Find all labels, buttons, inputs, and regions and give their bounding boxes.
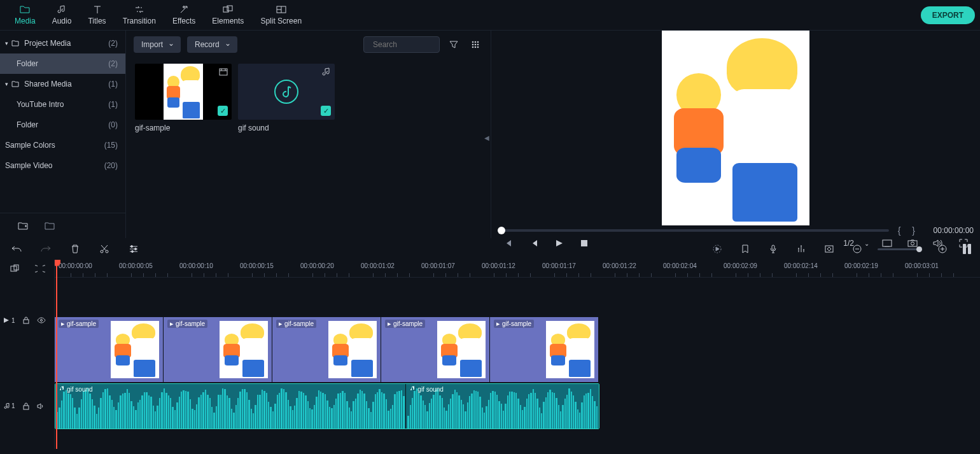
nav-audio[interactable]: Audio — [44, 0, 80, 30]
nav-elements[interactable]: Elements — [204, 0, 252, 30]
voiceover-button[interactable] — [766, 241, 781, 257]
audio-clip[interactable]: gif sound — [406, 384, 599, 429]
timecode-display: 00:00:00:00 — [924, 226, 974, 235]
preview-screen[interactable] — [491, 31, 980, 225]
svg-point-7 — [472, 44, 474, 46]
video-type-icon — [219, 67, 228, 76]
export-button[interactable]: EXPORT — [921, 6, 975, 24]
video-clip[interactable]: ▶gif-sample — [490, 317, 599, 382]
video-track-icon: 1 — [4, 317, 15, 324]
playhead[interactable] — [56, 260, 57, 449]
range-start-button[interactable]: { — [895, 225, 904, 236]
audio-mixer-button[interactable] — [794, 241, 809, 257]
nav-split-screen[interactable]: Split Screen — [252, 0, 310, 30]
step-back-button[interactable] — [526, 236, 541, 251]
svg-rect-31 — [24, 320, 29, 323]
folder-button[interactable] — [42, 218, 57, 234]
titles-icon — [93, 4, 102, 15]
redo-button[interactable] — [38, 241, 53, 257]
timeline-mode-2-button[interactable] — [32, 261, 48, 276]
delete-button[interactable] — [67, 241, 83, 257]
lock-icon[interactable] — [23, 402, 29, 410]
tree-sample-video[interactable]: Sample Video(20) — [0, 155, 125, 176]
nav-transition[interactable]: Transition — [115, 0, 164, 30]
seek-slider[interactable] — [498, 229, 889, 232]
import-dropdown[interactable]: Import — [134, 36, 181, 53]
top-nav: Media Audio Titles Transition Effects El… — [0, 0, 980, 31]
main-panel: ▾Project Media(2) Folder(2) ▾Shared Medi… — [0, 31, 980, 238]
music-note-icon — [410, 386, 415, 391]
svg-point-20 — [106, 250, 108, 253]
media-item-video[interactable]: ✓ gif-sample — [135, 64, 232, 132]
music-note-icon — [272, 78, 300, 106]
svg-rect-1 — [227, 6, 232, 11]
lock-icon[interactable] — [23, 316, 29, 324]
grid-view-button[interactable] — [468, 37, 483, 52]
zoom-slider[interactable] — [878, 248, 922, 250]
media-item-label: gif sound — [238, 120, 335, 132]
zoom-out-button[interactable] — [850, 241, 865, 257]
split-screen-icon — [276, 4, 286, 15]
nav-effects[interactable]: Effects — [164, 0, 204, 30]
adjust-button[interactable] — [126, 241, 141, 257]
nav-media[interactable]: Media — [6, 0, 44, 30]
audio-track[interactable]: gif sound gif sound — [55, 383, 599, 429]
timeline: 1 1 00:00:00:0000:00:00:0500:00:00:1000:… — [0, 260, 980, 449]
filter-button[interactable] — [446, 37, 461, 52]
folder-icon — [20, 4, 30, 15]
audio-track-icon: 1 — [4, 402, 15, 409]
collapse-sidebar-button[interactable]: ◀ — [482, 131, 491, 144]
svg-rect-33 — [24, 406, 29, 409]
svg-point-23 — [132, 251, 134, 253]
keyframe-button[interactable] — [822, 241, 837, 257]
tree-shared-media[interactable]: ▾Shared Media(1) — [0, 74, 125, 94]
render-button[interactable] — [710, 241, 725, 257]
audio-clip[interactable]: gif sound — [55, 384, 406, 429]
audio-icon — [57, 4, 66, 15]
tree-sample-colors[interactable]: Sample Colors(15) — [0, 135, 125, 155]
svg-point-10 — [472, 46, 474, 48]
video-track[interactable]: ▶gif-sample▶gif-sample▶gif-sample▶gif-sa… — [55, 317, 980, 382]
media-item-label: gif-sample — [135, 120, 232, 132]
eye-icon[interactable] — [37, 317, 46, 323]
library-sidebar: ▾Project Media(2) Folder(2) ▾Shared Medi… — [0, 31, 126, 238]
svg-point-32 — [40, 320, 42, 322]
timeline-tracks[interactable]: 00:00:00:0000:00:00:0500:00:00:1000:00:0… — [55, 260, 980, 449]
nav-titles[interactable]: Titles — [80, 0, 114, 30]
prev-frame-button[interactable] — [500, 236, 515, 251]
timeline-mode-1-button[interactable] — [7, 261, 22, 276]
time-ruler[interactable]: 00:00:00:0000:00:00:0500:00:00:1000:00:0… — [55, 260, 980, 278]
tree-folder-selected[interactable]: Folder(2) — [0, 53, 125, 74]
tree-youtube-intro[interactable]: YouTube Intro(1) — [0, 94, 125, 115]
undo-button[interactable] — [9, 241, 24, 257]
speaker-icon[interactable] — [37, 403, 45, 409]
video-clip[interactable]: ▶gif-sample — [272, 317, 381, 382]
video-clip[interactable]: ▶gif-sample — [164, 317, 272, 382]
music-note-icon — [59, 386, 64, 391]
media-item-audio[interactable]: ✓ gif sound — [238, 64, 335, 132]
check-badge: ✓ — [321, 106, 331, 116]
tree-folder-empty[interactable]: Folder(0) — [0, 115, 125, 135]
stop-button[interactable] — [577, 236, 592, 251]
marker-button[interactable] — [738, 241, 753, 257]
svg-rect-25 — [772, 245, 774, 250]
zoom-fit-button[interactable] — [963, 244, 971, 254]
svg-point-5 — [475, 41, 477, 43]
split-button[interactable] — [97, 241, 112, 257]
video-clip[interactable]: ▶gif-sample — [55, 317, 164, 382]
svg-point-21 — [131, 246, 133, 248]
add-folder-button[interactable] — [15, 218, 31, 234]
range-end-button[interactable]: } — [909, 225, 918, 236]
check-badge: ✓ — [218, 106, 228, 116]
record-dropdown[interactable]: Record — [187, 36, 237, 53]
zoom-in-button[interactable] — [935, 241, 950, 257]
play-button[interactable] — [551, 236, 566, 251]
svg-point-9 — [477, 44, 479, 46]
search-input[interactable] — [363, 36, 440, 53]
svg-point-22 — [135, 248, 137, 250]
tree-project-media[interactable]: ▾Project Media(2) — [0, 33, 125, 53]
video-track-header[interactable]: 1 — [0, 278, 54, 364]
video-clip[interactable]: ▶gif-sample — [381, 317, 490, 382]
svg-rect-0 — [223, 7, 228, 12]
audio-track-header[interactable]: 1 — [0, 364, 54, 450]
